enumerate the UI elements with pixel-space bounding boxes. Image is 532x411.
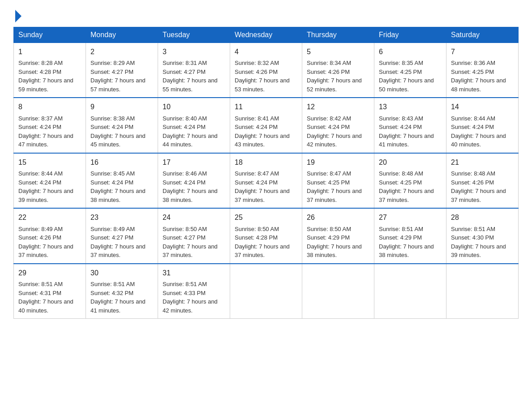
day-number: 28 [451, 212, 514, 223]
day-info: Sunrise: 8:32 AMSunset: 4:26 PMDaylight:… [235, 60, 290, 93]
calendar-day-cell: 12 Sunrise: 8:42 AMSunset: 4:24 PMDaylig… [302, 98, 374, 153]
day-number: 22 [18, 212, 81, 223]
day-info: Sunrise: 8:51 AMSunset: 4:29 PMDaylight:… [379, 226, 434, 259]
calendar-day-cell [230, 264, 302, 319]
day-number: 21 [451, 157, 514, 167]
day-info: Sunrise: 8:34 AMSunset: 4:26 PMDaylight:… [307, 60, 362, 93]
day-number: 17 [163, 157, 225, 167]
day-number: 1 [18, 47, 81, 57]
day-number: 10 [163, 102, 225, 112]
day-info: Sunrise: 8:42 AMSunset: 4:24 PMDaylight:… [307, 115, 362, 148]
day-number: 2 [90, 47, 153, 57]
day-number: 30 [90, 268, 153, 278]
day-info: Sunrise: 8:51 AMSunset: 4:30 PMDaylight:… [451, 226, 506, 259]
day-info: Sunrise: 8:50 AMSunset: 4:28 PMDaylight:… [235, 226, 290, 259]
day-number: 16 [90, 157, 153, 167]
calendar-day-cell: 24 Sunrise: 8:50 AMSunset: 4:27 PMDaylig… [158, 208, 230, 263]
day-number: 19 [307, 157, 369, 167]
day-info: Sunrise: 8:48 AMSunset: 4:25 PMDaylight:… [379, 170, 434, 203]
day-number: 25 [235, 212, 297, 223]
calendar-day-cell: 10 Sunrise: 8:40 AMSunset: 4:24 PMDaylig… [158, 98, 230, 153]
day-info: Sunrise: 8:49 AMSunset: 4:26 PMDaylight:… [18, 226, 73, 259]
day-info: Sunrise: 8:28 AMSunset: 4:28 PMDaylight:… [18, 60, 73, 93]
day-number: 18 [235, 157, 297, 167]
day-number: 14 [451, 102, 514, 112]
calendar-week-row-3: 15 Sunrise: 8:44 AMSunset: 4:24 PMDaylig… [14, 153, 519, 208]
day-number: 5 [307, 47, 369, 57]
calendar-day-cell: 15 Sunrise: 8:44 AMSunset: 4:24 PMDaylig… [14, 153, 86, 208]
day-info: Sunrise: 8:50 AMSunset: 4:27 PMDaylight:… [163, 226, 218, 259]
calendar-day-cell: 7 Sunrise: 8:36 AMSunset: 4:25 PMDayligh… [446, 43, 519, 98]
weekday-header-saturday: Saturday [446, 27, 519, 43]
calendar-day-cell: 26 Sunrise: 8:50 AMSunset: 4:29 PMDaylig… [302, 208, 374, 263]
calendar-day-cell [302, 264, 374, 319]
calendar-day-cell: 18 Sunrise: 8:47 AMSunset: 4:24 PMDaylig… [230, 153, 302, 208]
calendar-day-cell: 16 Sunrise: 8:45 AMSunset: 4:24 PMDaylig… [86, 153, 158, 208]
day-number: 23 [90, 212, 153, 223]
day-info: Sunrise: 8:47 AMSunset: 4:25 PMDaylight:… [307, 170, 362, 203]
day-info: Sunrise: 8:47 AMSunset: 4:24 PMDaylight:… [235, 170, 290, 203]
day-info: Sunrise: 8:46 AMSunset: 4:24 PMDaylight:… [163, 170, 218, 203]
day-number: 29 [18, 268, 81, 278]
day-info: Sunrise: 8:38 AMSunset: 4:24 PMDaylight:… [90, 115, 146, 148]
day-number: 15 [18, 157, 81, 167]
day-number: 24 [163, 212, 225, 223]
logo [13, 9, 21, 22]
calendar-day-cell: 22 Sunrise: 8:49 AMSunset: 4:26 PMDaylig… [14, 208, 86, 263]
day-info: Sunrise: 8:35 AMSunset: 4:25 PMDaylight:… [379, 60, 434, 93]
day-info: Sunrise: 8:51 AMSunset: 4:32 PMDaylight:… [90, 281, 146, 314]
day-number: 3 [163, 47, 225, 57]
day-number: 31 [163, 268, 225, 278]
calendar-day-cell: 29 Sunrise: 8:51 AMSunset: 4:31 PMDaylig… [14, 264, 86, 319]
day-info: Sunrise: 8:41 AMSunset: 4:24 PMDaylight:… [235, 115, 290, 148]
day-info: Sunrise: 8:45 AMSunset: 4:24 PMDaylight:… [90, 170, 146, 203]
calendar-day-cell: 20 Sunrise: 8:48 AMSunset: 4:25 PMDaylig… [374, 153, 446, 208]
day-info: Sunrise: 8:44 AMSunset: 4:24 PMDaylight:… [451, 115, 506, 148]
weekday-header-tuesday: Tuesday [158, 27, 230, 43]
calendar-day-cell: 21 Sunrise: 8:48 AMSunset: 4:26 PMDaylig… [446, 153, 519, 208]
calendar-day-cell: 3 Sunrise: 8:31 AMSunset: 4:27 PMDayligh… [158, 43, 230, 98]
calendar-day-cell: 1 Sunrise: 8:28 AMSunset: 4:28 PMDayligh… [14, 43, 86, 98]
day-number: 12 [307, 102, 369, 112]
day-number: 4 [235, 47, 297, 57]
calendar-day-cell: 11 Sunrise: 8:41 AMSunset: 4:24 PMDaylig… [230, 98, 302, 153]
weekday-header-thursday: Thursday [302, 27, 374, 43]
day-number: 11 [235, 102, 297, 112]
calendar-day-cell: 23 Sunrise: 8:49 AMSunset: 4:27 PMDaylig… [86, 208, 158, 263]
day-number: 27 [379, 212, 442, 223]
calendar-day-cell: 30 Sunrise: 8:51 AMSunset: 4:32 PMDaylig… [86, 264, 158, 319]
calendar-day-cell: 28 Sunrise: 8:51 AMSunset: 4:30 PMDaylig… [446, 208, 519, 263]
calendar-table: SundayMondayTuesdayWednesdayThursdayFrid… [13, 27, 519, 319]
day-number: 13 [379, 102, 442, 112]
calendar-day-cell: 19 Sunrise: 8:47 AMSunset: 4:25 PMDaylig… [302, 153, 374, 208]
day-info: Sunrise: 8:49 AMSunset: 4:27 PMDaylight:… [90, 226, 146, 259]
day-number: 26 [307, 212, 369, 223]
day-info: Sunrise: 8:51 AMSunset: 4:33 PMDaylight:… [163, 281, 218, 314]
day-number: 7 [451, 47, 514, 57]
calendar-day-cell: 13 Sunrise: 8:43 AMSunset: 4:24 PMDaylig… [374, 98, 446, 153]
day-number: 9 [90, 102, 153, 112]
weekday-header-sunday: Sunday [14, 27, 86, 43]
calendar-week-row-5: 29 Sunrise: 8:51 AMSunset: 4:31 PMDaylig… [14, 264, 519, 319]
calendar-day-cell: 31 Sunrise: 8:51 AMSunset: 4:33 PMDaylig… [158, 264, 230, 319]
day-info: Sunrise: 8:37 AMSunset: 4:24 PMDaylight:… [18, 115, 73, 148]
calendar-day-cell [374, 264, 446, 319]
calendar-week-row-4: 22 Sunrise: 8:49 AMSunset: 4:26 PMDaylig… [14, 208, 519, 263]
calendar-day-cell: 6 Sunrise: 8:35 AMSunset: 4:25 PMDayligh… [374, 43, 446, 98]
calendar-day-cell [446, 264, 519, 319]
weekday-header-wednesday: Wednesday [230, 27, 302, 43]
calendar-day-cell: 27 Sunrise: 8:51 AMSunset: 4:29 PMDaylig… [374, 208, 446, 263]
day-number: 6 [379, 47, 442, 57]
day-info: Sunrise: 8:36 AMSunset: 4:25 PMDaylight:… [451, 60, 506, 93]
day-info: Sunrise: 8:31 AMSunset: 4:27 PMDaylight:… [163, 60, 218, 93]
day-number: 20 [379, 157, 442, 167]
day-info: Sunrise: 8:50 AMSunset: 4:29 PMDaylight:… [307, 226, 362, 259]
calendar-day-cell: 25 Sunrise: 8:50 AMSunset: 4:28 PMDaylig… [230, 208, 302, 263]
calendar-day-cell: 2 Sunrise: 8:29 AMSunset: 4:27 PMDayligh… [86, 43, 158, 98]
calendar-day-cell: 14 Sunrise: 8:44 AMSunset: 4:24 PMDaylig… [446, 98, 519, 153]
weekday-header-monday: Monday [86, 27, 158, 43]
day-info: Sunrise: 8:48 AMSunset: 4:26 PMDaylight:… [451, 170, 506, 203]
day-info: Sunrise: 8:44 AMSunset: 4:24 PMDaylight:… [18, 170, 73, 203]
calendar-day-cell: 5 Sunrise: 8:34 AMSunset: 4:26 PMDayligh… [302, 43, 374, 98]
day-info: Sunrise: 8:29 AMSunset: 4:27 PMDaylight:… [90, 60, 146, 93]
